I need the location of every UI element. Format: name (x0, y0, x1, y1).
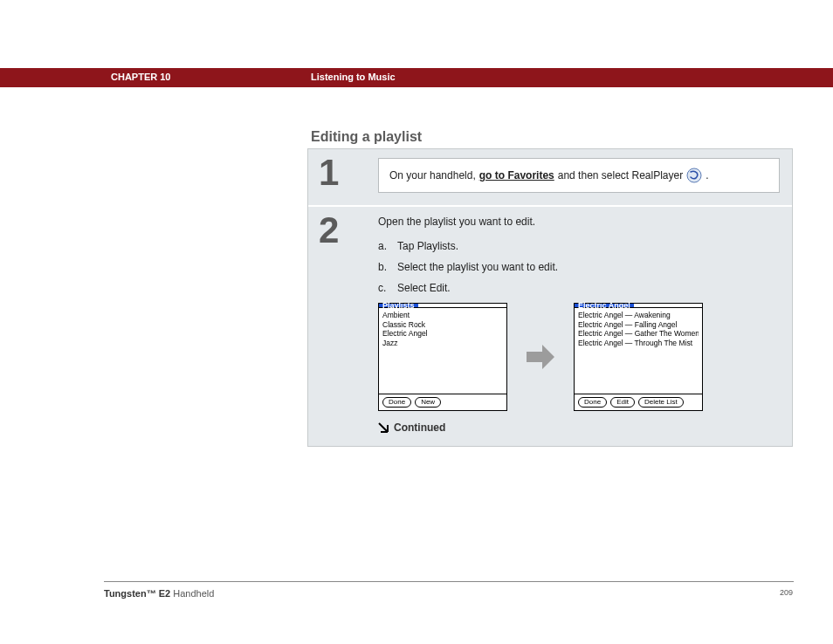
chapter-header-bar: CHAPTER 10 Listening to Music (0, 68, 833, 87)
step-1-text-tail: . (706, 169, 708, 182)
substep-c-text: Select Edit. (397, 282, 451, 294)
step-2: 2 Open the playlist you want to edit. a.… (308, 207, 792, 446)
substep-b: b. Select the playlist you want to edit. (378, 261, 780, 273)
page-title: Editing a playlist (311, 129, 422, 145)
footer-product-name: Tungsten™ E2 Handheld (104, 588, 214, 599)
substep-b-letter: b. (378, 261, 397, 273)
svg-point-0 (687, 168, 701, 182)
step-number-2: 2 (308, 207, 369, 446)
screenshots-row: Playlists Ambient Classic Rock Electric … (378, 303, 780, 411)
step-2-intro: Open the playlist you want to edit. (378, 216, 780, 228)
continued-indicator: Continued (378, 421, 780, 434)
steps-container: 1 On your handheld, go to Favorites and … (307, 148, 793, 447)
substep-b-text: Select the playlist you want to edit. (397, 261, 558, 273)
section-label: Listening to Music (311, 72, 396, 82)
chapter-label: CHAPTER 10 (111, 72, 170, 82)
continued-label: Continued (394, 421, 445, 434)
step-1-text-post: and then select RealPlayer (558, 169, 683, 182)
list-item[interactable]: Electric Angel — Falling Angel (578, 320, 699, 330)
list-item[interactable]: Jazz (382, 339, 503, 348)
edit-button[interactable]: Edit (610, 397, 635, 408)
palm-playlists-window: Playlists Ambient Classic Rock Electric … (378, 303, 507, 411)
list-item[interactable]: Electric Angel — Through The Mist (578, 339, 699, 348)
substep-a: a. Tap Playlists. (378, 240, 780, 252)
footer-brand: Tungsten™ E2 (104, 588, 170, 599)
list-item[interactable]: Electric Angel (382, 329, 503, 339)
list-item[interactable]: Electric Angel — Gather The Women (578, 329, 699, 339)
realplayer-icon (686, 168, 702, 183)
list-item[interactable]: Classic Rock (382, 320, 503, 330)
substep-c-letter: c. (378, 282, 397, 294)
new-button[interactable]: New (415, 397, 441, 408)
done-button[interactable]: Done (578, 397, 607, 408)
palm-playlists-title: Playlists (379, 304, 418, 307)
substep-a-text: Tap Playlists. (397, 240, 458, 252)
palm-playlist-detail-window: Electric Angel Electric Angel — Awakenin… (574, 303, 703, 411)
substep-a-letter: a. (378, 240, 397, 252)
step-1-instruction: On your handheld, go to Favorites and th… (378, 158, 780, 193)
palm-playlist-detail-list: Electric Angel — Awakening Electric Ange… (575, 308, 702, 394)
step-1: 1 On your handheld, go to Favorites and … (308, 149, 792, 207)
page-number: 209 (780, 588, 793, 597)
step-1-text-pre: On your handheld, (389, 169, 476, 182)
continued-arrow-icon (378, 422, 389, 433)
footer-divider (104, 581, 794, 582)
done-button[interactable]: Done (382, 397, 411, 408)
palm-playlist-detail-title: Electric Angel (575, 304, 634, 307)
arrow-right-icon (523, 339, 558, 374)
delete-list-button[interactable]: Delete List (638, 397, 684, 408)
step-number-1: 1 (308, 149, 369, 205)
substep-c: c. Select Edit. (378, 282, 780, 294)
list-item[interactable]: Ambient (382, 311, 503, 320)
footer-suffix: Handheld (170, 588, 214, 599)
list-item[interactable]: Electric Angel — Awakening (578, 311, 699, 320)
palm-playlists-list: Ambient Classic Rock Electric Angel Jazz (379, 308, 506, 394)
go-to-favorites-link[interactable]: go to Favorites (479, 169, 554, 182)
